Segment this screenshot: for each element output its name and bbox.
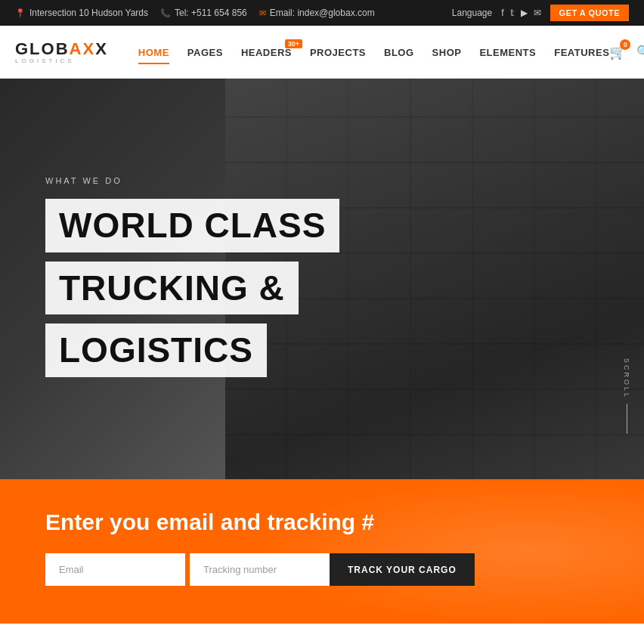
nav-item-elements[interactable]: ELEMENTS bbox=[479, 41, 536, 64]
scroll-line bbox=[627, 404, 627, 434]
main-nav: GLOBAXX LOGISTICS HOME PAGES HEADERS 30+… bbox=[0, 26, 644, 79]
contact-info: 📍 Intersection 10 Hudson Yards 📞 Tel: +5… bbox=[15, 8, 437, 18]
email-input[interactable] bbox=[45, 553, 185, 586]
email-item: ✉ Email: index@globax.com bbox=[259, 8, 375, 18]
mail-icon[interactable]: ✉ bbox=[534, 8, 541, 18]
hero-title-block-1: WORLD CLASS bbox=[45, 199, 339, 252]
hero-title-block-3: LOGISTICS bbox=[45, 324, 267, 377]
track-cargo-button[interactable]: TRACK YOUR CARGO bbox=[330, 553, 475, 586]
tracking-bg-map bbox=[258, 479, 644, 624]
email-text: Email: index@globax.com bbox=[270, 8, 375, 18]
hero-title-line1: WORLD CLASS bbox=[59, 206, 326, 245]
top-bar: 📍 Intersection 10 Hudson Yards 📞 Tel: +5… bbox=[0, 0, 644, 26]
logo-accent: AX bbox=[70, 39, 96, 58]
nav-item-blog[interactable]: BLOG bbox=[384, 41, 414, 64]
email-icon: ✉ bbox=[259, 8, 266, 18]
cart-icon[interactable]: 🛒 0 bbox=[609, 44, 626, 60]
nav-item-projects[interactable]: PROJECTS bbox=[310, 41, 366, 64]
phone-icon: 📞 bbox=[160, 8, 171, 18]
tracking-form: TRACK YOUR CARGO bbox=[45, 553, 599, 586]
nav-item-features[interactable]: FEATURES bbox=[554, 41, 609, 64]
tracking-number-input[interactable] bbox=[190, 553, 330, 586]
search-icon[interactable]: 🔍 bbox=[636, 45, 644, 59]
address-text: Intersection 10 Hudson Yards bbox=[29, 8, 148, 18]
nav-headers-wrapper: HEADERS 30+ bbox=[241, 45, 292, 59]
hero-content: WHAT WE DO WORLD CLASS TRUCKING & LOGIST… bbox=[0, 79, 644, 479]
phone-text: Tel: +511 654 856 bbox=[175, 8, 247, 18]
hero-subtitle: WHAT WE DO bbox=[45, 176, 599, 185]
nav-features-wrapper: FEATURES bbox=[554, 45, 609, 59]
hero-section: WHAT WE DO WORLD CLASS TRUCKING & LOGIST… bbox=[0, 79, 644, 479]
nav-shop-wrapper: SHOP bbox=[432, 45, 462, 59]
hero-title-block-2: TRUCKING & bbox=[45, 262, 299, 315]
phone-item: 📞 Tel: +511 654 856 bbox=[160, 8, 247, 18]
social-icons: f 𝕥 ▶ ✉ bbox=[501, 8, 540, 18]
scroll-indicator: SCROLL bbox=[623, 358, 630, 434]
nav-home-wrapper: HOME bbox=[138, 45, 169, 59]
twitter-icon[interactable]: 𝕥 bbox=[510, 8, 515, 18]
address-item: 📍 Intersection 10 Hudson Yards bbox=[15, 8, 148, 18]
hero-title-line3: LOGISTICS bbox=[59, 331, 253, 370]
location-icon: 📍 bbox=[15, 8, 26, 18]
get-quote-button[interactable]: GET A QUOTE bbox=[550, 5, 629, 21]
cart-badge: 0 bbox=[620, 39, 630, 50]
nav-projects-wrapper: PROJECTS bbox=[310, 45, 366, 59]
nav-item-home[interactable]: HOME bbox=[138, 41, 169, 64]
logo-text: GLOBAXX bbox=[15, 39, 108, 59]
nav-elements-wrapper: ELEMENTS bbox=[479, 45, 536, 59]
nav-blog-wrapper: BLOG bbox=[384, 45, 414, 59]
facebook-icon[interactable]: f bbox=[501, 8, 503, 18]
logo[interactable]: GLOBAXX LOGISTICS bbox=[15, 39, 108, 64]
scroll-label: SCROLL bbox=[623, 358, 630, 399]
nav-menu: HOME PAGES HEADERS 30+ PROJECTS BLOG SHO… bbox=[138, 45, 610, 59]
tracking-title: Enter you email and tracking # bbox=[45, 509, 599, 535]
nav-item-pages[interactable]: PAGES bbox=[187, 41, 223, 64]
youtube-icon[interactable]: ▶ bbox=[521, 8, 528, 18]
nav-badge: 30+ bbox=[285, 39, 302, 48]
tracking-section: Enter you email and tracking # TRACK YOU… bbox=[0, 479, 644, 624]
nav-item-headers[interactable]: HEADERS bbox=[241, 41, 292, 64]
nav-right: 🛒 0 🔍 ☰ bbox=[609, 44, 644, 60]
hero-title-line2: TRUCKING & bbox=[59, 269, 285, 308]
nav-item-shop[interactable]: SHOP bbox=[432, 41, 462, 64]
language-selector[interactable]: Language bbox=[452, 8, 492, 18]
nav-pages-wrapper: PAGES bbox=[187, 45, 223, 59]
topbar-right: Language f 𝕥 ▶ ✉ GET A QUOTE bbox=[452, 5, 629, 21]
